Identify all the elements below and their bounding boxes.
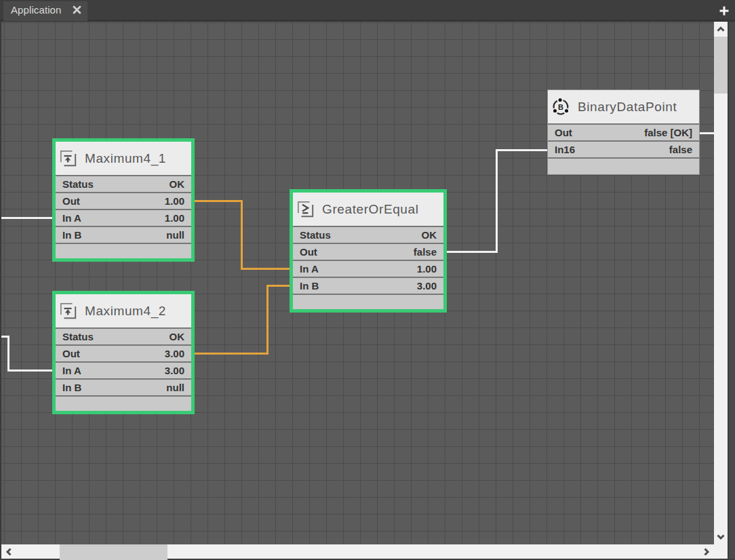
svg-text:B: B — [558, 102, 563, 111]
